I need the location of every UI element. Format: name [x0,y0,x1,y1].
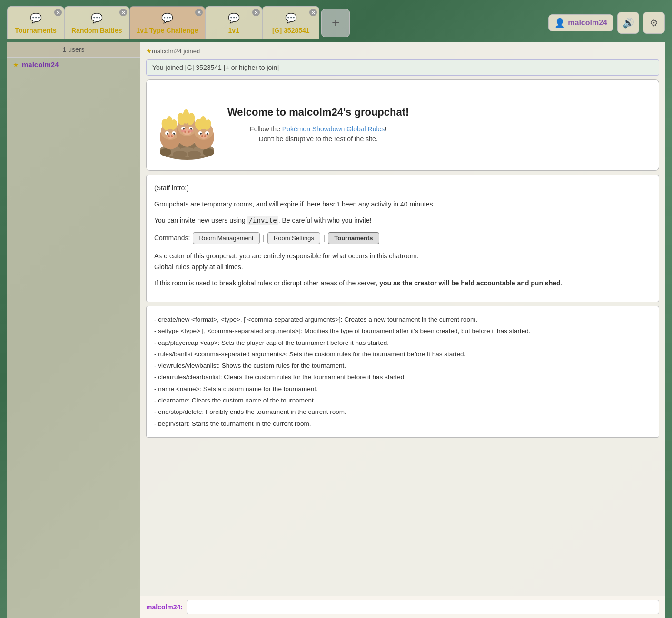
warning-text1: If this room is used to break global rul… [154,279,379,287]
room-management-button[interactable]: Room Management [193,232,259,244]
global-rules-text: Global rules apply at all times. [154,263,243,271]
global-rules-link[interactable]: Pokémon Showdown Global Rules [282,125,385,133]
separator-2: | [323,232,325,245]
responsibility-link: you are entirely responsible for what oc… [239,252,417,260]
pokemon-image [156,89,218,161]
room-settings-button[interactable]: Room Settings [267,232,320,244]
join-notice: You joined [G] 3528541 [+ or higher to j… [146,59,659,76]
sound-button[interactable]: 🔊 [617,12,639,34]
staff-intro-box: (Staff intro:) Groupchats are temporary … [146,175,659,302]
svg-point-44 [201,135,203,137]
chat-icon-random-battles: 💬 [91,12,103,24]
settings-icon: ⚙ [650,17,658,29]
tab-label-1v1-type-challenge: 1v1 Type Challenge [137,27,198,34]
tab-close-random-battles[interactable]: ✕ [119,9,127,16]
staff-invite-p: You can invite new users using /invite. … [154,215,651,226]
tab-label-random-battles: Random Battles [71,27,122,34]
tab-1v1[interactable]: 💬 1v1 ✕ [205,6,262,39]
commands-label: Commands: [154,233,190,244]
staff-intro-header: (Staff intro:) [154,183,651,194]
tab-close-1v1-type-challenge[interactable]: ✕ [195,9,203,16]
tab-close-tournaments[interactable]: ✕ [54,9,62,16]
chat-icon-1v1: 💬 [228,12,240,24]
tab-label-tournaments: Tournaments [15,27,57,34]
svg-point-7 [203,148,214,156]
staff-responsibility-p: As creator of this groupchat, you are en… [154,251,651,274]
commands-row: Commands: Room Management | Room Setting… [154,232,651,245]
staff-warning-p: If this room is used to break global rul… [154,278,651,289]
staff-intro-p1: Groupchats are temporary rooms, and will… [154,199,651,210]
staff-invite-text2: . Be careful with who you invite! [278,216,372,224]
user-avatar-icon: 👤 [554,18,565,28]
staff-invite-text: You can invite new users using [154,216,247,224]
chat-messages: ★malcolm24 joined You joined [G] 3528541… [140,42,665,596]
chat-input[interactable] [187,600,659,614]
user-display[interactable]: 👤 malcolm24 [548,14,613,31]
list-item: ★ malcolm24 [7,58,140,71]
tab-label-g-chat: [G] 3528541 [272,27,310,34]
welcome-card: Welcome to malcolm24's groupchat! Follow… [146,79,659,171]
tab-close-g-chat[interactable]: ✕ [309,9,317,16]
chat-area: ★malcolm24 joined You joined [G] 3528541… [140,42,665,618]
tournament-cmd-2: - settype <type> [, <comma-separated arg… [154,325,651,337]
tournament-cmd-6: - clearrules/clearbanlist: Clears the cu… [154,372,651,383]
welcome-exclamation: ! [385,125,386,133]
warning-end: . [561,279,563,287]
settings-button[interactable]: ⚙ [643,12,665,34]
star-icon: ★ [146,48,152,55]
welcome-text: Welcome to malcolm24's groupchat! Follow… [227,106,409,144]
tab-tournaments[interactable]: 💬 Tournaments ✕ [7,6,64,39]
sound-icon: 🔊 [623,17,634,29]
tab-close-1v1[interactable]: ✕ [252,9,260,16]
system-join-message: ★malcolm24 joined [146,46,659,57]
tab-random-battles[interactable]: 💬 Random Battles ✕ [64,6,129,39]
users-count: 1 users [7,42,140,58]
tournament-cmd-1: - create/new <format>, <type>, [ <comma-… [154,314,651,325]
welcome-line3: Don't be disruptive to the rest of the s… [259,135,378,143]
warning-bold: you as the creator will be held accounta… [379,279,560,287]
chat-icon-tournaments: 💬 [30,12,42,24]
header-username: malcolm24 [568,19,607,27]
svg-point-45 [204,135,206,137]
svg-point-33 [188,129,193,132]
header-right: 👤 malcolm24 🔊 ⚙ [548,12,665,34]
sidebar-username[interactable]: malcolm24 [22,60,59,69]
main-content: 1 users ★ malcolm24 ★malcolm24 joined Yo… [7,42,665,618]
chat-icon-1v1-type-challenge: 💬 [161,12,173,24]
welcome-line1: Follow the [250,125,282,133]
welcome-title: Welcome to malcolm24's groupchat! [227,106,409,118]
tab-1v1-type-challenge[interactable]: 💬 1v1 Type Challenge ✕ [129,6,206,39]
tournament-cmd-5: - viewrules/viewbanlist: Shows the custo… [154,360,651,372]
chat-input-username-label: malcolm24: [146,603,183,611]
join-text: malcolm24 joined [152,48,200,55]
add-tab-button[interactable]: + [321,9,350,37]
tournaments-button[interactable]: Tournaments [328,232,379,244]
join-notice-text: You joined [G] 3528541 [+ or higher to j… [152,64,279,71]
tab-g-chat[interactable]: 💬 [G] 3528541 ✕ [262,6,319,39]
svg-point-32 [181,129,186,132]
tab-label-1v1: 1v1 [228,27,239,34]
svg-point-19 [171,135,173,137]
tournament-cmd-10: - begin/start: Starts the tournament in … [154,418,651,430]
svg-point-43 [200,133,208,139]
plus-icon: + [332,15,339,30]
tab-bar: 💬 Tournaments ✕ 💬 Random Battles ✕ 💬 1v1… [7,4,665,42]
sidebar: 1 users ★ malcolm24 [7,42,140,618]
responsibility-text: As creator of this groupchat, [154,252,239,260]
welcome-paragraph: Follow the Pokémon Showdown Global Rules… [227,124,409,144]
tournament-cmd-8: - clearname: Clears the custom name of t… [154,395,651,406]
tournament-cmd-3: - cap/playercap <cap>: Sets the player c… [154,337,651,349]
user-rank-star: ★ [13,61,19,69]
svg-point-6 [188,151,201,157]
tournament-cmd-4: - rules/banlist <comma-separated argumen… [154,349,651,360]
chat-icon-g-chat: 💬 [285,12,297,24]
svg-point-4 [160,148,171,156]
tournament-help-box: - create/new <format>, <type>, [ <comma-… [146,306,659,438]
tournament-cmd-9: - end/stop/delete: Forcibly ends the tou… [154,406,651,418]
chat-input-row: malcolm24: [140,596,665,618]
separator-1: | [263,232,265,245]
svg-point-18 [168,135,170,137]
responsibility-end: . [417,252,419,260]
svg-point-42 [207,133,208,135]
invite-command: /invite [247,216,278,225]
